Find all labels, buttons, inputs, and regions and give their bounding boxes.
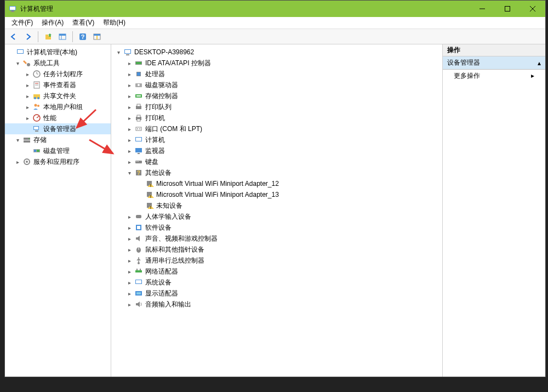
device-other[interactable]: ▾?其他设备 [111,167,442,178]
svg-rect-86 [135,270,142,272]
tree-performance[interactable]: ▸ 性能 [5,112,111,123]
tree-storage[interactable]: ▾ 存储 [5,134,111,145]
collapse-icon[interactable]: ▾ [14,136,21,144]
tree-device-manager[interactable]: 设备管理器 [5,123,111,134]
expand-icon[interactable]: ▸ [125,268,133,275]
device-monitor[interactable]: ▸监视器 [111,145,442,156]
expand-icon[interactable]: ▸ [125,136,133,144]
menu-view[interactable]: 查看(V) [68,17,99,29]
device-storage-ctrl[interactable]: ▸存储控制器 [111,90,442,101]
svg-rect-16 [94,34,100,36]
expand-icon[interactable]: ▸ [24,114,31,122]
device-processor[interactable]: ▸处理器 [111,69,442,79]
device-unknown[interactable]: !未知设备 [111,200,442,211]
back-button[interactable] [7,30,20,43]
collapse-arrow-icon: ▴ [538,59,541,67]
collapse-icon[interactable]: ▾ [125,169,133,177]
tree-disk-mgmt[interactable]: 磁盘管理 [5,145,111,156]
expand-icon[interactable]: ▸ [125,114,133,122]
menu-action[interactable]: 操作(A) [37,17,68,29]
expand-icon[interactable]: ▸ [125,59,133,67]
device-wifi13[interactable]: !Microsoft Virtual WiFi Miniport Adapter… [111,189,442,200]
expand-icon[interactable]: ▸ [24,70,31,78]
expand-icon[interactable]: ▸ [125,81,133,89]
show-hide-button[interactable] [56,30,69,43]
more-actions[interactable]: 更多操作 ▸ [443,70,545,82]
device-printer[interactable]: ▸打印机 [111,112,442,123]
svg-point-62 [137,128,138,129]
actions-header: 操作 [443,44,545,56]
tree-shared-folders[interactable]: ▸ 共享文件夹 [5,90,111,101]
main-window: 计算机管理 文件(F) 操作(A) 查看(V) 帮助(H) ? 计算机管理(本地… [4,0,546,377]
close-button[interactable] [520,1,545,17]
expand-icon[interactable]: ▸ [125,224,133,231]
system-icon [134,278,143,287]
network-icon [134,267,143,276]
tree-label: 计算机 [145,135,165,145]
expand-icon[interactable]: ▸ [24,103,31,111]
device-ide[interactable]: ▸IDE ATA/ATAPI 控制器 [111,58,442,69]
menu-file[interactable]: 文件(F) [7,17,37,29]
expand-icon[interactable]: ▸ [125,147,133,155]
actions-section[interactable]: 设备管理器 ▴ [443,56,545,70]
device-sound[interactable]: ▸声音、视频和游戏控制器 [111,233,442,244]
expand-icon[interactable]: ▸ [125,70,133,78]
tree-task-scheduler[interactable]: ▸ 任务计划程序 [5,69,111,79]
expand-icon[interactable]: ▸ [125,246,133,253]
device-hid[interactable]: ▸人体学输入设备 [111,211,442,222]
device-root[interactable]: ▾ DESKTOP-A398962 [111,47,442,58]
minimize-button[interactable] [470,1,495,17]
tree-event-viewer[interactable]: ▸ 事件查看器 [5,79,111,90]
expand-icon[interactable]: ▸ [125,300,133,308]
device-disk-drive[interactable]: ▸磁盘驱动器 [111,79,442,90]
device-audio[interactable]: ▸音频输入和输出 [111,299,442,310]
device-usb[interactable]: ▸通用串行总线控制器 [111,255,442,266]
tree-label: 存储控制器 [145,92,178,101]
collapse-icon[interactable]: ▾ [115,48,122,56]
expand-icon[interactable]: ▸ [125,125,133,133]
expand-icon[interactable]: ▸ [125,235,133,242]
expand-icon[interactable]: ▸ [125,279,133,286]
folder-share-icon [32,92,41,100]
properties-button[interactable] [90,30,104,43]
svg-rect-67 [138,153,140,154]
device-wifi12[interactable]: !Microsoft Virtual WiFi Miniport Adapter… [111,178,442,189]
device-display[interactable]: ▸显示适配器 [111,288,442,299]
warning-device-icon: ! [145,190,154,199]
tree-services[interactable]: ▸ 服务和应用程序 [5,156,111,167]
device-ports[interactable]: ▸端口 (COM 和 LPT) [111,123,442,134]
up-button[interactable] [42,30,55,43]
expand-icon[interactable]: ▸ [125,289,133,297]
device-mouse[interactable]: ▸鼠标和其他指针设备 [111,244,442,255]
svg-rect-5 [505,7,510,12]
tree-label: DESKTOP-A398962 [134,48,194,56]
tree-label: 任务计划程序 [43,70,83,79]
computer-icon [134,135,143,144]
forward-button[interactable] [21,30,35,43]
help-button[interactable]: ? [76,30,89,43]
tree-label: 共享文件夹 [43,92,76,101]
expand-icon[interactable]: ▸ [125,213,133,220]
expand-icon[interactable]: ▸ [125,103,133,111]
expand-icon[interactable]: ▸ [125,92,133,100]
device-keyboard[interactable]: ▸键盘 [111,156,442,167]
maximize-button[interactable] [495,1,520,17]
collapse-icon[interactable]: ▾ [14,59,21,67]
tree-root[interactable]: 计算机管理(本地) [5,47,111,58]
expand-icon[interactable]: ▸ [125,257,133,264]
expand-icon[interactable]: ▸ [24,92,31,100]
device-print-queue[interactable]: ▸打印队列 [111,101,442,112]
device-computer[interactable]: ▸计算机 [111,134,442,145]
expand-icon[interactable]: ▸ [24,81,31,89]
tree-system-tools[interactable]: ▾ 系统工具 [5,58,111,69]
computer-icon [123,48,132,56]
svg-text:?: ? [137,170,140,176]
expand-icon[interactable]: ▸ [14,158,21,166]
device-software[interactable]: ▸软件设备 [111,222,442,233]
menu-help[interactable]: 帮助(H) [99,17,130,29]
expand-icon[interactable]: ▸ [125,158,133,166]
tree-local-users[interactable]: ▸ 本地用户和组 [5,101,111,112]
device-network[interactable]: ▸网络适配器 [111,266,442,277]
device-system[interactable]: ▸系统设备 [111,277,442,288]
tree-label: 系统设备 [145,278,172,287]
